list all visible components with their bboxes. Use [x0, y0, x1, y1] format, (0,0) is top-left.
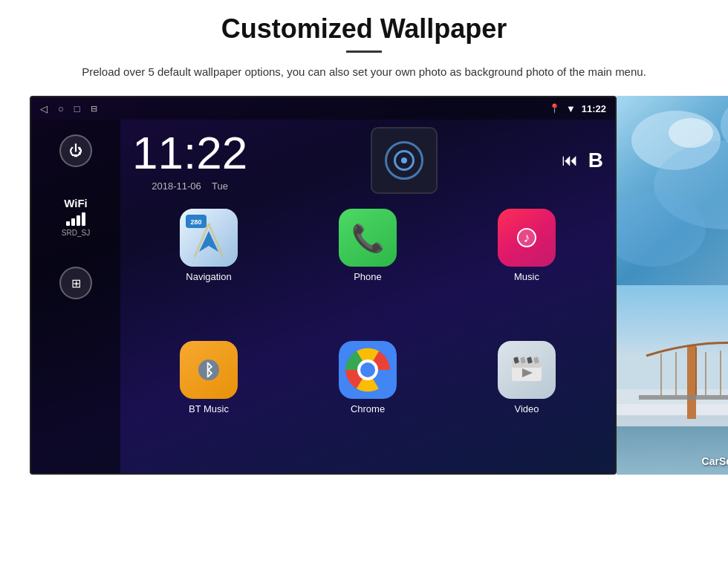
- clock-time: 11:22: [132, 130, 247, 176]
- apps-grid: 280 Navigation 📞: [120, 201, 615, 473]
- music-svg: ♪: [508, 219, 545, 256]
- ice-wallpaper-visual: [617, 96, 728, 285]
- app-icon-navigation: 280: [180, 209, 238, 267]
- sidebar: ⏻ WiFi SRD_SJ ⊞: [31, 120, 120, 473]
- app-icon-phone: 📞: [339, 209, 397, 267]
- power-button[interactable]: ⏻: [59, 134, 92, 167]
- screenshot-icon[interactable]: ⊟: [91, 104, 97, 114]
- wifi-status-icon: ▼: [566, 103, 576, 114]
- media-letter-b: B: [588, 149, 603, 172]
- status-bar-right: 📍 ▼ 11:22: [549, 103, 606, 114]
- back-nav-icon[interactable]: ◁: [40, 103, 48, 114]
- svg-point-14: [360, 362, 375, 377]
- status-bar: ◁ ○ □ ⊟ 📍 ▼ 11:22: [31, 97, 615, 120]
- app-label-chrome: Chrome: [351, 403, 385, 414]
- navigation-svg: 280: [180, 209, 238, 267]
- app-item-music[interactable]: ♪ Music: [453, 209, 600, 329]
- page-subtitle: Preload over 5 default wallpaper options…: [82, 63, 646, 81]
- wifi-bar-2: [71, 218, 75, 226]
- title-divider: [346, 51, 382, 53]
- location-icon: 📍: [549, 103, 560, 114]
- clock-date-value: 2018-11-06: [152, 180, 201, 192]
- wifi-widget-dot: [401, 157, 407, 163]
- app-label-video: Video: [514, 403, 539, 414]
- apps-grid-button[interactable]: ⊞: [59, 267, 92, 299]
- carsetting-label: CarSetting: [702, 455, 728, 467]
- svg-text:📞: 📞: [351, 222, 385, 254]
- ice-cave-svg: [617, 96, 728, 285]
- recents-nav-icon[interactable]: □: [74, 103, 80, 114]
- wifi-bars: [62, 212, 90, 226]
- app-item-btmusic[interactable]: ᛒ BT Music: [135, 341, 282, 461]
- grid-icon: ⊞: [71, 276, 81, 290]
- wallpaper-thumbnails: CarSetting: [617, 96, 728, 475]
- clock-area: 11:22 2018-11-06 Tue: [132, 130, 247, 192]
- phone-svg: 📞: [349, 219, 386, 256]
- wifi-bar-4: [82, 212, 85, 226]
- wallpaper-thumb-bridge[interactable]: CarSetting: [617, 285, 728, 475]
- device-screen: ◁ ○ □ ⊟ 📍 ▼ 11:22 ⏻: [30, 96, 617, 475]
- app-item-phone[interactable]: 📞 Phone: [294, 209, 441, 329]
- app-icon-music: ♪: [498, 209, 556, 267]
- bridge-svg: [617, 285, 728, 475]
- app-item-video[interactable]: Video: [453, 341, 600, 461]
- svg-rect-37: [639, 395, 728, 400]
- wifi-widget-inner: [394, 150, 415, 171]
- btmusic-svg: ᛒ: [190, 351, 227, 388]
- clock-day-value: Tue: [212, 180, 228, 192]
- main-content: ◁ ○ □ ⊟ 📍 ▼ 11:22 ⏻: [30, 96, 698, 475]
- device-body: ⏻ WiFi SRD_SJ ⊞: [31, 120, 615, 473]
- media-controls: ⏮ B: [562, 149, 603, 172]
- svg-point-28: [669, 118, 713, 148]
- app-item-chrome[interactable]: Chrome: [294, 341, 441, 461]
- wifi-bar-1: [66, 221, 70, 226]
- top-info: 11:22 2018-11-06 Tue: [120, 120, 615, 201]
- power-icon: ⏻: [69, 143, 82, 159]
- status-time: 11:22: [582, 103, 606, 114]
- app-label-navigation: Navigation: [186, 271, 231, 282]
- wallpaper-thumb-ice[interactable]: [617, 96, 728, 285]
- svg-text:ᛒ: ᛒ: [204, 361, 214, 380]
- wifi-widget-outer: [385, 141, 423, 180]
- app-label-btmusic: BT Music: [189, 403, 229, 414]
- wifi-widget-icon[interactable]: [371, 127, 438, 194]
- main-display: 11:22 2018-11-06 Tue: [120, 120, 615, 473]
- media-prev-button[interactable]: ⏮: [562, 151, 578, 170]
- home-nav-icon[interactable]: ○: [58, 103, 64, 114]
- page-title: Customized Wallpaper: [221, 13, 507, 45]
- wifi-info: WiFi SRD_SJ: [62, 197, 90, 237]
- video-svg: [508, 351, 545, 388]
- wifi-bar-3: [77, 215, 80, 226]
- chrome-svg: [339, 341, 397, 399]
- app-icon-video: [498, 341, 556, 399]
- svg-rect-30: [617, 285, 728, 404]
- app-item-navigation[interactable]: 280 Navigation: [135, 209, 282, 329]
- wifi-label: WiFi: [62, 197, 90, 209]
- app-icon-btmusic: ᛒ: [180, 341, 238, 399]
- app-label-music: Music: [514, 271, 539, 282]
- svg-rect-32: [617, 389, 728, 426]
- app-icon-chrome: [339, 341, 397, 399]
- svg-text:280: 280: [190, 218, 201, 226]
- page-container: Customized Wallpaper Preload over 5 defa…: [0, 0, 728, 563]
- app-label-phone: Phone: [354, 271, 382, 282]
- svg-text:♪: ♪: [524, 230, 530, 245]
- wifi-ssid: SRD_SJ: [62, 229, 90, 237]
- svg-rect-33: [687, 345, 696, 419]
- clock-date: 2018-11-06 Tue: [132, 180, 247, 192]
- status-bar-left: ◁ ○ □ ⊟: [40, 103, 97, 114]
